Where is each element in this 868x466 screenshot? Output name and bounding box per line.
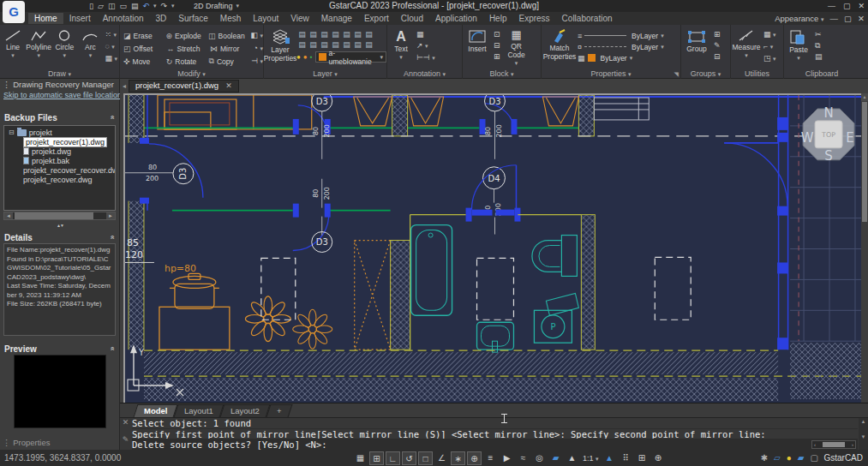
- layer-lock-icon[interactable]: ▪: [310, 53, 313, 61]
- collapse-icon[interactable]: »: [107, 235, 116, 239]
- selection-cycling-icon[interactable]: ▶: [500, 451, 514, 465]
- ellipse-tools-button[interactable]: ◌ ▾: [105, 42, 117, 51]
- tab-3d[interactable]: 3D: [150, 13, 173, 24]
- match-properties-button[interactable]: Match Properties: [542, 27, 578, 63]
- circle-button[interactable]: Circle▾: [51, 27, 77, 68]
- save-icon[interactable]: ◫: [108, 2, 116, 10]
- command-line-window[interactable]: ✕ ✎ Select object: 1 found Specify first…: [120, 417, 868, 450]
- array-button[interactable]: ◧ ▾: [250, 31, 263, 40]
- compass-e[interactable]: E: [846, 130, 853, 146]
- tree-file[interactable]: projekt_recover_recover.dwg: [4, 165, 115, 175]
- tab-view[interactable]: View: [284, 13, 315, 24]
- move-button[interactable]: ✜Move: [123, 57, 165, 66]
- compass-w[interactable]: W: [801, 130, 814, 146]
- paste-special-icon[interactable]: ▤: [815, 52, 823, 61]
- tab-model[interactable]: Model: [134, 404, 178, 417]
- preview-header[interactable]: Preview»: [0, 343, 119, 355]
- redo-caret-icon[interactable]: ▾: [171, 3, 175, 9]
- tab-annotation[interactable]: Annotation: [97, 13, 150, 24]
- cut-icon[interactable]: ✂: [815, 30, 823, 39]
- stretch-button[interactable]: ↔Stretch: [167, 45, 209, 53]
- redo-icon[interactable]: ↷: [160, 2, 167, 10]
- layer-properties-button[interactable]: Layer Properties: [264, 27, 296, 63]
- tree-file-selected[interactable]: projekt_recover(1).dwg: [4, 137, 115, 146]
- tab-layout1[interactable]: Layout1: [174, 404, 224, 417]
- tab-mesh[interactable]: Mesh: [214, 13, 247, 24]
- command-hscrollbar[interactable]: ‹›: [811, 440, 856, 449]
- close-command-icon[interactable]: ✕: [120, 418, 131, 427]
- print-icon[interactable]: ▤: [131, 2, 139, 10]
- hardware-accel-icon[interactable]: ⊞: [635, 451, 650, 465]
- fillet-button[interactable]: ◔ ▾: [254, 44, 263, 53]
- tab-home[interactable]: Home: [28, 13, 63, 24]
- layer-on-icon[interactable]: ●: [296, 53, 301, 61]
- offset-button[interactable]: ◰Offset: [123, 45, 165, 53]
- tips-bulb-icon[interactable]: ●: [787, 453, 792, 463]
- measure-button[interactable]: Measure▾: [731, 27, 762, 63]
- tab-nav-left-icon[interactable]: ◂: [120, 82, 129, 90]
- quick-select-icon[interactable]: ◳ ▾: [763, 54, 776, 63]
- performance-icon[interactable]: ▱: [774, 453, 781, 463]
- restore-button[interactable]: ▢: [843, 2, 851, 10]
- paste-button[interactable]: Paste▾: [784, 27, 813, 62]
- create-block-button[interactable]: ⊡: [494, 30, 500, 39]
- collapse-icon[interactable]: »: [107, 346, 116, 350]
- properties-dialog-launcher-icon[interactable]: ◥: [674, 71, 679, 78]
- tab-layout2[interactable]: Layout2: [220, 404, 271, 417]
- tab-export[interactable]: Export: [358, 13, 395, 24]
- tab-express[interactable]: Express: [512, 13, 555, 24]
- rotate-button[interactable]: ↻Rotate: [166, 57, 207, 66]
- backup-files-header[interactable]: Backup Files»: [0, 111, 119, 123]
- new-file-icon[interactable]: ▯: [89, 2, 93, 10]
- properties-palette-tab[interactable]: ⋮ Properties: [0, 438, 50, 447]
- autosave-location-link[interactable]: Skip to automatic save file location.: [0, 90, 119, 101]
- id-point-icon[interactable]: ⌐ ▾: [763, 42, 776, 51]
- app-logo-icon[interactable]: G: [3, 1, 25, 23]
- tab-surface[interactable]: Surface: [172, 13, 213, 24]
- settings-gear-icon[interactable]: ✱: [761, 453, 768, 463]
- panel-splitter[interactable]: ▲▼: [0, 221, 120, 230]
- leader-button[interactable]: ↗ ▾: [416, 41, 435, 51]
- tab-collaboration[interactable]: Collaboration: [556, 13, 619, 24]
- annotation-visibility-icon[interactable]: ▲: [565, 451, 579, 465]
- angle-icon[interactable]: ∠: [434, 451, 449, 465]
- command-input-line[interactable]: Delete source objects? [Yes/No] <N>:: [132, 439, 858, 451]
- details-header[interactable]: Details»: [0, 231, 119, 243]
- doc-restore-button[interactable]: ▢: [844, 14, 852, 23]
- tree-horizontal-scrollbar[interactable]: ◄ ►: [3, 212, 116, 220]
- group-button[interactable]: Group: [681, 27, 712, 61]
- table-button[interactable]: ▦: [416, 30, 435, 39]
- modify-panel-label[interactable]: Modify ▾: [120, 69, 263, 79]
- transparency-icon[interactable]: ≈: [516, 451, 530, 465]
- close-button[interactable]: ✕: [858, 2, 865, 10]
- trim-button[interactable]: ⊣ ▾: [251, 57, 263, 66]
- appearance-menu[interactable]: Appearance ▾: [775, 14, 823, 23]
- mirror-button[interactable]: ⋈Mirror: [210, 45, 252, 53]
- tab-layout[interactable]: Layout: [247, 13, 284, 24]
- fullscreen-icon[interactable]: ▢: [811, 453, 818, 463]
- annotation-panel-label[interactable]: Annotation ▾: [387, 69, 462, 79]
- linetype-dropdown[interactable]: ByLayer▾: [629, 41, 677, 52]
- zoom-tool-icon[interactable]: ◎: [532, 451, 547, 465]
- properties-panel-label[interactable]: Properties ▾: [542, 69, 680, 79]
- canvas-vertical-scrollbar[interactable]: ▲: [861, 93, 868, 403]
- tab-help[interactable]: Help: [483, 13, 513, 24]
- erase-button[interactable]: ◪Erase: [123, 32, 164, 40]
- ortho-icon[interactable]: ∟: [386, 451, 400, 465]
- block-panel-label[interactable]: Block ▾: [463, 69, 541, 79]
- compass-s[interactable]: S: [824, 148, 833, 164]
- ungroup-icon[interactable]: ⊞: [714, 30, 721, 39]
- compass-n[interactable]: N: [823, 105, 833, 121]
- grid-icon[interactable]: ▦: [353, 451, 368, 465]
- quick-calc-icon[interactable]: ▦ ▾: [763, 30, 776, 39]
- viewcube-top[interactable]: TOP: [821, 131, 835, 139]
- undo-caret-icon[interactable]: ▾: [153, 3, 157, 9]
- insert-button[interactable]: Insert: [463, 27, 492, 67]
- layer-dropdown[interactable]: a-umeblowanie ▾: [315, 51, 386, 63]
- explode-button[interactable]: ⊛Explode: [165, 32, 206, 40]
- floor-plan[interactable]: D3 80 200 D3 80 200 D3 80 200: [125, 95, 861, 403]
- tree-folder-projekt[interactable]: ⊟ projekt: [4, 128, 115, 137]
- tree-file[interactable]: projekt_recover.dwg: [4, 175, 115, 184]
- display-icon[interactable]: ▰: [798, 453, 805, 463]
- copy-clip-icon[interactable]: ⧉: [815, 41, 823, 50]
